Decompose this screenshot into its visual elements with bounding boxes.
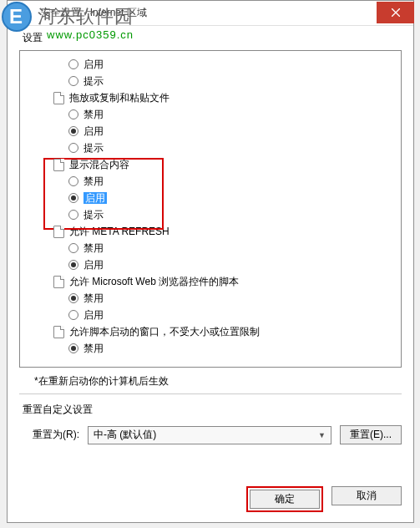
tree-option-label: 禁用	[83, 292, 104, 304]
window-title: 安全设置 - Internet 区域	[41, 6, 147, 20]
settings-label: 设置	[23, 31, 402, 45]
tree-option-label: 提示	[83, 75, 104, 87]
radio-icon	[68, 243, 78, 253]
radio-icon	[68, 143, 78, 153]
tree-category: 允许 META REFRESH	[23, 223, 397, 240]
tree-option-label: 禁用	[83, 242, 104, 254]
tree-radio-option[interactable]: 禁用	[23, 106, 397, 123]
tree-option-label: 启用	[83, 192, 107, 204]
reset-section-label: 重置自定义设置	[23, 403, 402, 417]
radio-icon	[68, 193, 78, 203]
dialog-footer: 确定 取消	[246, 486, 402, 512]
radio-icon	[68, 343, 78, 353]
close-icon	[392, 8, 400, 17]
tree-category: 允许脚本启动的窗口，不受大小或位置限制	[23, 323, 397, 340]
radio-icon	[68, 126, 78, 136]
divider	[19, 393, 402, 394]
page-icon	[53, 326, 64, 338]
restart-note: *在重新启动你的计算机后生效	[34, 374, 402, 388]
radio-icon	[68, 293, 78, 303]
tree-radio-option[interactable]: 禁用	[23, 340, 397, 357]
tree-category: 允许 Microsoft Web 浏览器控件的脚本	[23, 273, 397, 290]
radio-icon	[68, 176, 78, 186]
radio-icon	[68, 76, 78, 86]
tree-radio-option[interactable]: 禁用	[23, 173, 397, 190]
tree-radio-option[interactable]: 提示	[23, 140, 397, 156]
tree-radio-option[interactable]: 启用	[23, 123, 397, 140]
page-icon	[53, 276, 64, 288]
tree-radio-option[interactable]: 启用	[23, 307, 397, 323]
tree-radio-option[interactable]: 提示	[23, 73, 397, 89]
radio-icon	[68, 109, 78, 119]
page-icon	[53, 159, 64, 171]
reset-button[interactable]: 重置(E)...	[340, 425, 402, 444]
reset-level-dropdown[interactable]: 中-高 (默认值) ▼	[88, 426, 331, 444]
reset-row: 重置为(R): 中-高 (默认值) ▼ 重置(E)...	[19, 425, 402, 444]
tree-radio-option[interactable]: 禁用	[23, 240, 397, 256]
tree-radio-option[interactable]: 启用	[23, 190, 397, 206]
tree-option-label: 提示	[83, 142, 104, 154]
page-icon	[53, 226, 64, 238]
content-area: 设置 启用提示拖放或复制和粘贴文件禁用启用提示显示混合内容禁用启用提示允许 ME…	[8, 26, 413, 454]
settings-tree[interactable]: 启用提示拖放或复制和粘贴文件禁用启用提示显示混合内容禁用启用提示允许 META …	[19, 50, 402, 368]
radio-icon	[68, 310, 78, 320]
tree-category: 拖放或复制和粘贴文件	[23, 89, 397, 106]
tree-category-label: 允许脚本启动的窗口，不受大小或位置限制	[69, 323, 260, 340]
tree-radio-option[interactable]: 禁用	[23, 290, 397, 307]
tree-option-label: 启用	[83, 309, 104, 321]
highlight-annotation-ok: 确定	[246, 486, 323, 512]
dropdown-value: 中-高 (默认值)	[94, 428, 156, 442]
tree-category: 显示混合内容	[23, 156, 397, 173]
radio-icon	[68, 210, 78, 220]
tree-radio-option[interactable]: 启用	[23, 56, 397, 73]
tree-option-label: 提示	[83, 209, 104, 221]
reset-to-label: 重置为(R):	[33, 428, 79, 442]
tree-option-label: 启用	[83, 259, 104, 271]
tree-option-label: 启用	[83, 125, 104, 137]
tree-radio-option[interactable]: 提示	[23, 206, 397, 223]
tree-radio-option[interactable]: 启用	[23, 256, 397, 273]
tree-option-label: 禁用	[83, 175, 104, 187]
tree-category-label: 拖放或复制和粘贴文件	[69, 89, 170, 106]
radio-icon	[68, 260, 78, 270]
tree-category-label: 允许 META REFRESH	[69, 223, 170, 240]
tree-option-label: 禁用	[83, 343, 104, 354]
ok-button[interactable]: 确定	[250, 490, 320, 509]
titlebar: 安全设置 - Internet 区域	[8, 1, 413, 26]
radio-icon	[68, 59, 78, 69]
tree-option-label: 启用	[83, 58, 104, 70]
tree-category-label: 允许 Microsoft Web 浏览器控件的脚本	[69, 273, 239, 290]
chevron-down-icon: ▼	[318, 431, 326, 439]
tree-option-label: 禁用	[83, 109, 104, 120]
close-button[interactable]	[377, 2, 414, 23]
page-icon	[53, 92, 64, 104]
dialog-window: 安全设置 - Internet 区域 设置 启用提示拖放或复制和粘贴文件禁用启用…	[7, 0, 414, 523]
tree-category-label: 显示混合内容	[69, 156, 129, 173]
cancel-button[interactable]: 取消	[331, 486, 402, 505]
